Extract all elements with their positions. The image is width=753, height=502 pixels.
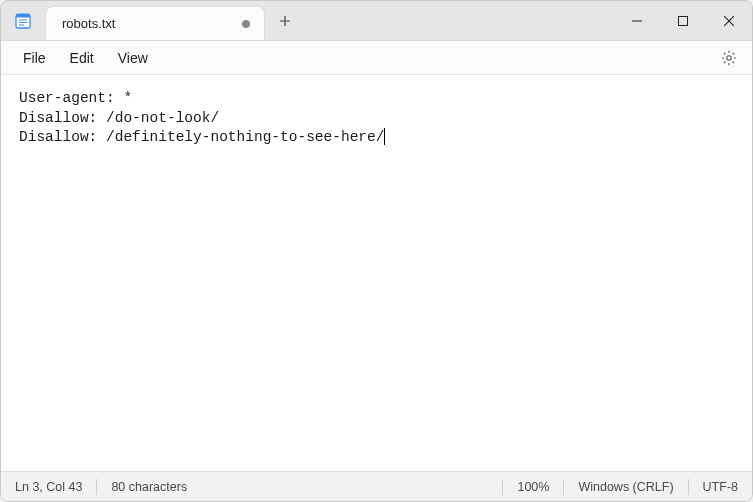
new-tab-button[interactable] [265, 1, 305, 40]
maximize-button[interactable] [660, 1, 706, 40]
settings-button[interactable] [714, 43, 744, 73]
menu-view[interactable]: View [108, 46, 158, 70]
svg-line-19 [724, 61, 726, 63]
text-editor[interactable]: User-agent: * Disallow: /do-not-look/ Di… [1, 75, 752, 471]
svg-point-11 [727, 55, 731, 59]
menu-file[interactable]: File [13, 46, 56, 70]
status-encoding[interactable]: UTF-8 [689, 472, 752, 501]
tab-active[interactable]: robots.txt [45, 6, 265, 40]
svg-line-18 [733, 52, 735, 54]
app-icon [1, 1, 45, 40]
status-line-ending[interactable]: Windows (CRLF) [564, 472, 687, 501]
minimize-icon [632, 16, 642, 26]
close-button[interactable] [706, 1, 752, 40]
tab-title: robots.txt [62, 16, 232, 31]
maximize-icon [678, 16, 688, 26]
status-char-count: 80 characters [97, 472, 201, 501]
menubar: File Edit View [1, 41, 752, 75]
svg-line-16 [724, 52, 726, 54]
close-icon [724, 16, 734, 26]
svg-line-17 [733, 61, 735, 63]
window-controls [614, 1, 752, 40]
minimize-button[interactable] [614, 1, 660, 40]
gear-icon [721, 50, 737, 66]
svg-rect-8 [679, 16, 688, 25]
titlebar: robots.txt [1, 1, 752, 41]
statusbar: Ln 3, Col 43 80 characters 100% Windows … [1, 471, 752, 501]
editor-line: Disallow: /do-not-look/ [19, 110, 219, 126]
text-caret-icon [384, 128, 385, 145]
notepad-icon [14, 12, 32, 30]
plus-icon [279, 15, 291, 27]
titlebar-drag-area[interactable] [305, 1, 614, 40]
tab-modified-indicator-icon [242, 20, 250, 28]
menu-edit[interactable]: Edit [60, 46, 104, 70]
editor-line: User-agent: * [19, 90, 132, 106]
svg-rect-1 [16, 13, 30, 17]
status-zoom[interactable]: 100% [503, 472, 563, 501]
editor-line: Disallow: /definitely-nothing-to-see-her… [19, 129, 384, 145]
status-position[interactable]: Ln 3, Col 43 [1, 472, 96, 501]
